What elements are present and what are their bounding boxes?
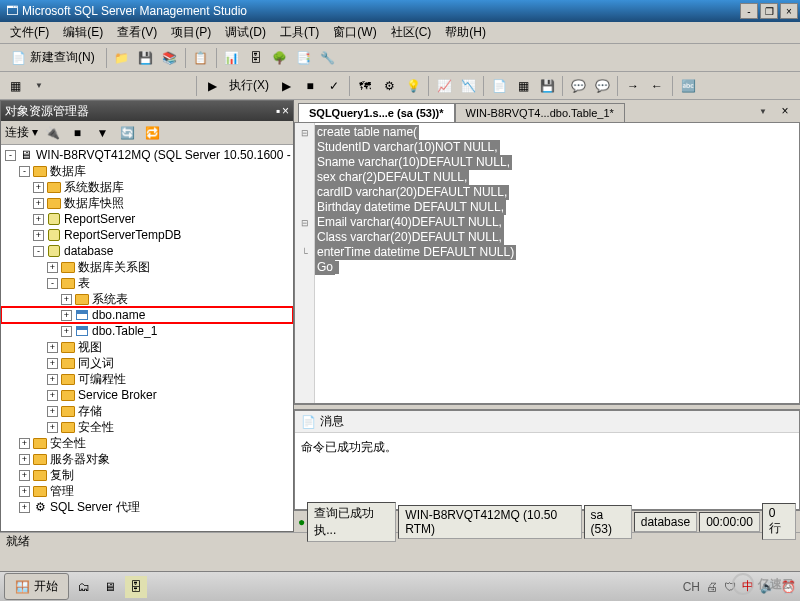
execute-icon[interactable]: ▶: [201, 75, 223, 97]
tree-db-diagram[interactable]: +数据库关系图: [1, 259, 293, 275]
object-explorer-title: 对象资源管理器 ▪ ×: [1, 101, 293, 121]
editor-code[interactable]: create table name( StudentID varchar(10)…: [315, 123, 799, 403]
uncomment-icon[interactable]: 💬: [591, 75, 613, 97]
start-button[interactable]: 🪟 开始: [4, 573, 69, 600]
text-cursor: [335, 261, 339, 274]
save-all-icon[interactable]: 📚: [159, 47, 181, 69]
tree-dbo-table1[interactable]: +dbo.Table_1: [1, 323, 293, 339]
tree-server-objects[interactable]: +服务器对象: [1, 451, 293, 467]
menu-view[interactable]: 查看(V): [111, 22, 163, 43]
menu-edit[interactable]: 编辑(E): [57, 22, 109, 43]
template-icon[interactable]: 📑: [293, 47, 315, 69]
tree-views[interactable]: +视图: [1, 339, 293, 355]
pin-icon[interactable]: ▪: [276, 104, 280, 118]
debug-icon[interactable]: ▶: [275, 75, 297, 97]
open-file-icon[interactable]: 📁: [111, 47, 133, 69]
folder-icon: [33, 454, 47, 465]
menu-file[interactable]: 文件(F): [4, 22, 55, 43]
registered-servers-icon[interactable]: 🗄: [245, 47, 267, 69]
client-stats-icon[interactable]: 📉: [457, 75, 479, 97]
db-combo-dropdown[interactable]: ▼: [28, 75, 50, 97]
menu-tools[interactable]: 工具(T): [274, 22, 325, 43]
object-tree[interactable]: -🖥WIN-B8RVQT412MQ (SQL Server 10.50.1600…: [1, 145, 293, 531]
tree-label: database: [64, 244, 113, 258]
tree-storage[interactable]: +存储: [1, 403, 293, 419]
taskbar-tray-1[interactable]: 🖨: [706, 580, 718, 594]
tree-sys-tables[interactable]: +系统表: [1, 291, 293, 307]
server-icon: 🖥: [20, 148, 32, 162]
results-text-icon[interactable]: 📄: [488, 75, 510, 97]
taskbar-app-2[interactable]: 🖥: [99, 576, 121, 598]
messages-body[interactable]: 命令已成功完成。: [295, 433, 799, 509]
parse-icon[interactable]: ✓: [323, 75, 345, 97]
activity-icon[interactable]: 📊: [221, 47, 243, 69]
tree-security[interactable]: +安全性: [1, 435, 293, 451]
results-grid-icon[interactable]: ▦: [512, 75, 534, 97]
outdent-icon[interactable]: ←: [646, 75, 668, 97]
tabs-close-icon[interactable]: ×: [774, 100, 796, 122]
panel-close-icon[interactable]: ×: [282, 104, 289, 118]
tree-management[interactable]: +管理: [1, 483, 293, 499]
tab-sqlquery1[interactable]: SQLQuery1.s...e (sa (53))*: [298, 103, 455, 122]
menu-project[interactable]: 项目(P): [165, 22, 217, 43]
separator: [672, 76, 673, 96]
execute-label[interactable]: 执行(X): [225, 77, 273, 94]
tree-synonyms[interactable]: +同义词: [1, 355, 293, 371]
report-icon[interactable]: 📋: [190, 47, 212, 69]
properties-icon[interactable]: 🔧: [317, 47, 339, 69]
taskbar-app-1[interactable]: 🗂: [73, 576, 95, 598]
query-options-icon[interactable]: ⚙: [378, 75, 400, 97]
estimate-plan-icon[interactable]: 🗺: [354, 75, 376, 97]
indent-icon[interactable]: →: [622, 75, 644, 97]
taskbar-app-ssms[interactable]: 🗄: [125, 576, 147, 598]
tree-db-snapshot[interactable]: +数据库快照: [1, 195, 293, 211]
tree-database[interactable]: -database: [1, 243, 293, 259]
sync-icon[interactable]: 🔁: [141, 122, 163, 144]
object-explorer-icon[interactable]: 🌳: [269, 47, 291, 69]
specify-values-icon[interactable]: 🔤: [677, 75, 699, 97]
intellisense-icon[interactable]: 💡: [402, 75, 424, 97]
new-query-button[interactable]: 📄 新建查询(N): [4, 46, 102, 69]
separator: [196, 76, 197, 96]
connect-dropdown[interactable]: 连接 ▾: [5, 124, 38, 141]
messages-tab-label[interactable]: 消息: [320, 413, 344, 430]
tree-service-broker[interactable]: +Service Broker: [1, 387, 293, 403]
disconnect-icon[interactable]: 🔌: [41, 122, 63, 144]
code-line: cardID varchar(20)DEFAULT NULL,: [315, 185, 509, 200]
stop-icon[interactable]: ■: [66, 122, 88, 144]
close-button[interactable]: ×: [780, 3, 798, 19]
tabs-dropdown-icon[interactable]: ▼: [752, 100, 774, 122]
menu-help[interactable]: 帮助(H): [439, 22, 492, 43]
results-file-icon[interactable]: 💾: [536, 75, 558, 97]
tree-sql-agent[interactable]: +⚙SQL Server 代理: [1, 499, 293, 515]
tab-table1[interactable]: WIN-B8RVQT4...dbo.Table_1*: [455, 103, 625, 122]
tree-reportservertemp[interactable]: +ReportServerTempDB: [1, 227, 293, 243]
taskbar-lang[interactable]: CH: [683, 580, 700, 594]
menu-debug[interactable]: 调试(D): [219, 22, 272, 43]
maximize-button[interactable]: ❐: [760, 3, 778, 19]
tree-security-inner[interactable]: +安全性: [1, 419, 293, 435]
tree-databases[interactable]: -数据库: [1, 163, 293, 179]
tree-programmability[interactable]: +可编程性: [1, 371, 293, 387]
tree-dbo-name[interactable]: +dbo.name: [1, 307, 293, 323]
menu-community[interactable]: 社区(C): [385, 22, 438, 43]
tree-sys-db[interactable]: +系统数据库: [1, 179, 293, 195]
db-combo-icon[interactable]: ▦: [4, 75, 26, 97]
menu-window[interactable]: 窗口(W): [327, 22, 382, 43]
comment-icon[interactable]: 💬: [567, 75, 589, 97]
refresh-icon[interactable]: 🔄: [116, 122, 138, 144]
app-icon: 🗔: [6, 4, 18, 18]
minimize-button[interactable]: -: [740, 3, 758, 19]
stop-icon[interactable]: ■: [299, 75, 321, 97]
tree-tables[interactable]: -表: [1, 275, 293, 291]
filter-icon[interactable]: ▼: [91, 122, 113, 144]
include-plan-icon[interactable]: 📈: [433, 75, 455, 97]
sql-editor[interactable]: ⊟⊟└ create table name( StudentID varchar…: [294, 122, 800, 404]
code-line: enterTime datetime DEFAULT NULL): [315, 245, 516, 260]
sidebar-title-label: 对象资源管理器: [5, 103, 89, 120]
save-icon[interactable]: 💾: [135, 47, 157, 69]
table-icon: [76, 326, 88, 336]
tree-replication[interactable]: +复制: [1, 467, 293, 483]
tree-reportserver[interactable]: +ReportServer: [1, 211, 293, 227]
tree-root[interactable]: -🖥WIN-B8RVQT412MQ (SQL Server 10.50.1600…: [1, 147, 293, 163]
